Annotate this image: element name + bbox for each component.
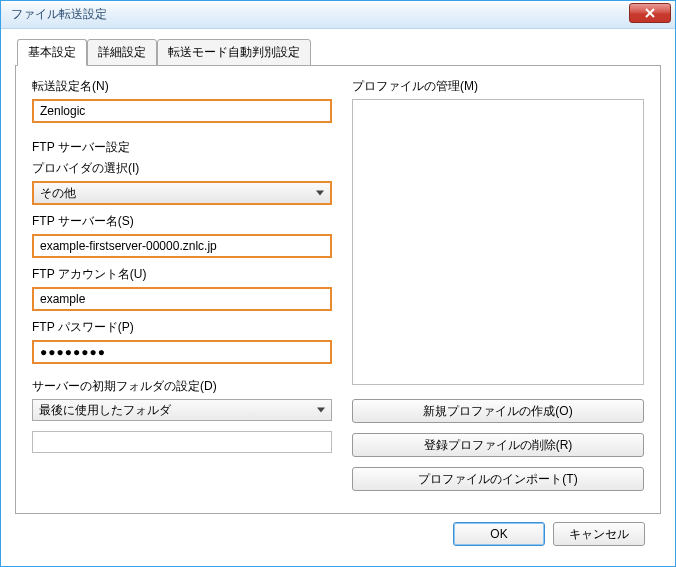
chevron-down-icon: [316, 191, 324, 196]
transfer-name-input[interactable]: [32, 99, 332, 123]
delete-profile-button[interactable]: 登録プロファイルの削除(R): [352, 433, 644, 457]
dialog-button-bar: OK キャンセル: [15, 514, 661, 558]
provider-label: プロバイダの選択(I): [32, 160, 332, 177]
chevron-down-icon: [317, 408, 325, 413]
tab-automode[interactable]: 転送モード自動判別設定: [157, 39, 311, 66]
profile-header: プロファイルの管理(M): [352, 78, 644, 95]
tab-detail[interactable]: 詳細設定: [87, 39, 157, 66]
titlebar: ファイル転送設定: [1, 1, 675, 29]
ftp-server-header: FTP サーバー設定: [32, 139, 332, 156]
initfolder-selected-value: 最後に使用したフォルダ: [39, 402, 171, 419]
server-label: FTP サーバー名(S): [32, 213, 332, 230]
account-input[interactable]: [32, 287, 332, 311]
password-label: FTP パスワード(P): [32, 319, 332, 336]
tab-body: 転送設定名(N) FTP サーバー設定 プロバイダの選択(I) その他 FTP …: [15, 65, 661, 514]
provider-select[interactable]: その他: [32, 181, 332, 205]
window-title: ファイル転送設定: [11, 6, 107, 23]
left-column: 転送設定名(N) FTP サーバー設定 プロバイダの選択(I) その他 FTP …: [32, 76, 332, 501]
close-button[interactable]: [629, 3, 671, 23]
import-profile-button[interactable]: プロファイルのインポート(T): [352, 467, 644, 491]
initfolder-path-input[interactable]: [32, 431, 332, 453]
transfer-name-label: 転送設定名(N): [32, 78, 332, 95]
close-icon: [645, 8, 655, 18]
initfolder-header: サーバーの初期フォルダの設定(D): [32, 378, 332, 395]
initfolder-select[interactable]: 最後に使用したフォルダ: [32, 399, 332, 421]
profile-listbox[interactable]: [352, 99, 644, 385]
password-input[interactable]: [32, 340, 332, 364]
ok-button[interactable]: OK: [453, 522, 545, 546]
right-column: プロファイルの管理(M) 新規プロファイルの作成(O) 登録プロファイルの削除(…: [352, 76, 644, 501]
server-input[interactable]: [32, 234, 332, 258]
tab-basic[interactable]: 基本設定: [17, 39, 87, 66]
provider-selected-value: その他: [40, 185, 76, 202]
cancel-button[interactable]: キャンセル: [553, 522, 645, 546]
tab-strip: 基本設定 詳細設定 転送モード自動判別設定: [15, 39, 661, 66]
new-profile-button[interactable]: 新規プロファイルの作成(O): [352, 399, 644, 423]
dialog-content: 基本設定 詳細設定 転送モード自動判別設定 転送設定名(N) FTP サーバー設…: [1, 29, 675, 566]
account-label: FTP アカウント名(U): [32, 266, 332, 283]
